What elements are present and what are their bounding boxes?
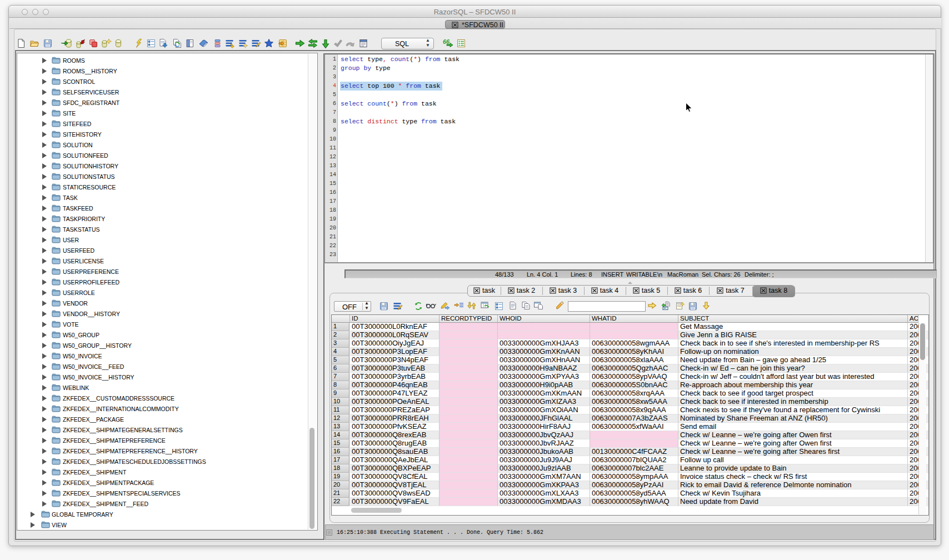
- svg-text:66: 66: [443, 38, 450, 45]
